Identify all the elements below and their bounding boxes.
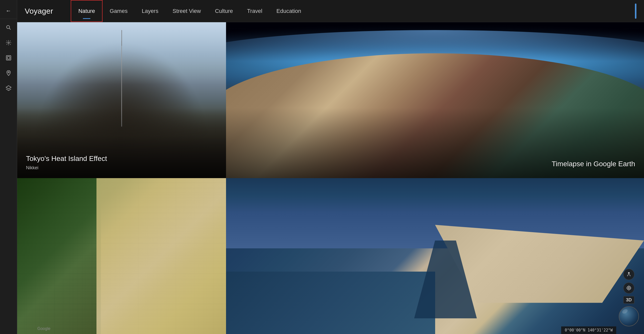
search-icon[interactable] (0, 20, 17, 35)
svg-marker-6 (6, 86, 11, 89)
sidebar-divider (0, 19, 17, 19)
svg-point-2 (8, 42, 9, 43)
back-button[interactable]: ← (0, 4, 17, 18)
svg-point-5 (8, 72, 9, 73)
tab-layers[interactable]: Layers (135, 0, 165, 22)
blue-bar-indicator (635, 4, 636, 19)
card-tokyo[interactable]: Tokyo's Heat Island Effect Nikkei (17, 22, 226, 178)
tab-nature[interactable]: Nature (71, 0, 103, 22)
card-tokyo-subtitle: Nikkei (26, 165, 107, 171)
tab-games[interactable]: Games (103, 0, 135, 22)
app-title: Voyager (25, 7, 53, 15)
card-forest-image (17, 178, 226, 334)
svg-rect-4 (7, 57, 10, 59)
sidebar: ← (0, 0, 17, 334)
card-timelapse-text: Timelapse in Google Earth (543, 152, 644, 178)
header: Voyager Nature Games Layers Street View … (17, 0, 644, 22)
tab-travel[interactable]: Travel (240, 0, 269, 22)
street-view-button[interactable] (623, 269, 634, 280)
card-coast[interactable] (226, 178, 644, 334)
nav-tabs: Nature Games Layers Street View Culture … (71, 0, 308, 22)
header-right (635, 4, 636, 19)
layers-icon[interactable] (0, 50, 17, 65)
svg-point-9 (627, 286, 631, 290)
svg-point-7 (628, 272, 630, 274)
pin-icon[interactable] (0, 65, 17, 81)
stack-icon[interactable] (0, 81, 17, 96)
card-timelapse-title: Timelapse in Google Earth (552, 159, 635, 169)
card-tokyo-title: Tokyo's Heat Island Effect (26, 154, 107, 163)
svg-rect-3 (6, 56, 11, 60)
tab-street-view[interactable]: Street View (165, 0, 208, 22)
card-coast-image (226, 178, 644, 334)
card-timelapse[interactable]: Timelapse in Google Earth (226, 22, 644, 178)
settings-icon[interactable] (0, 35, 17, 50)
svg-point-8 (628, 287, 630, 289)
google-watermark: Google (37, 326, 51, 331)
card-forest[interactable] (17, 178, 226, 334)
coordinates-bar: 0°00'00"N 140°31'22"W (561, 326, 616, 334)
bottom-right-controls: 3D (619, 269, 639, 326)
3d-button[interactable]: 3D (623, 296, 634, 304)
location-button[interactable] (623, 282, 634, 294)
globe-control[interactable] (619, 306, 639, 326)
main-content: Voyager Nature Games Layers Street View … (17, 0, 644, 334)
svg-point-0 (7, 26, 10, 29)
back-icon: ← (6, 8, 11, 14)
svg-line-1 (9, 28, 11, 30)
tab-education[interactable]: Education (269, 0, 308, 22)
tab-culture[interactable]: Culture (208, 0, 240, 22)
card-tokyo-text: Tokyo's Heat Island Effect Nikkei (17, 147, 116, 178)
content-grid: Tokyo's Heat Island Effect Nikkei Timela… (17, 22, 644, 334)
